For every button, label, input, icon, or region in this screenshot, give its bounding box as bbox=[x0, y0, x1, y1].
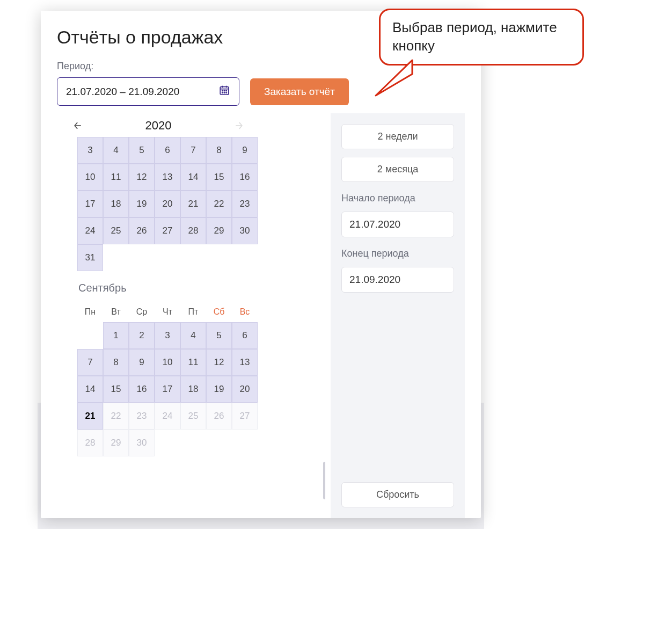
weekday-label: Чт bbox=[155, 302, 180, 322]
calendar-day[interactable]: 15 bbox=[206, 164, 232, 191]
svg-point-8 bbox=[224, 92, 224, 93]
calendar-day[interactable]: 13 bbox=[232, 349, 258, 376]
calendar-day[interactable]: 17 bbox=[155, 376, 180, 403]
calendar-day[interactable]: 10 bbox=[155, 349, 180, 376]
period-end-input[interactable]: 21.09.2020 bbox=[341, 267, 454, 293]
calendar-day[interactable]: 26 bbox=[129, 217, 155, 244]
calendar-day[interactable]: 3 bbox=[77, 137, 103, 164]
weekday-label: Сб bbox=[206, 302, 232, 322]
calendar-day[interactable]: 9 bbox=[129, 349, 155, 376]
calendar-day: 25 bbox=[180, 403, 206, 430]
calendar-day[interactable]: 21 bbox=[77, 403, 103, 430]
calendar-day[interactable]: 27 bbox=[155, 217, 180, 244]
scrollbar-thumb[interactable] bbox=[323, 462, 325, 499]
calendar-day[interactable]: 15 bbox=[103, 376, 129, 403]
preset-2-weeks-button[interactable]: 2 недели bbox=[341, 124, 454, 149]
calendar-day[interactable]: 31 bbox=[77, 244, 103, 271]
svg-point-9 bbox=[226, 92, 227, 93]
august-grid: 3456789101112131415161718192021222324252… bbox=[77, 137, 319, 271]
calendar-day[interactable]: 8 bbox=[103, 349, 129, 376]
calendar-day[interactable]: 23 bbox=[232, 191, 258, 217]
calendar-day[interactable]: 20 bbox=[232, 376, 258, 403]
calendar-day: 22 bbox=[103, 403, 129, 430]
calendar-day[interactable]: 16 bbox=[232, 164, 258, 191]
calendar-day[interactable]: 18 bbox=[103, 191, 129, 217]
calendar-day[interactable]: 14 bbox=[77, 376, 103, 403]
calendar-day[interactable]: 4 bbox=[103, 137, 129, 164]
date-range-input[interactable]: 21.07.2020 – 21.09.2020 bbox=[57, 77, 239, 106]
calendar-day bbox=[206, 244, 232, 271]
calendar-day: 27 bbox=[232, 403, 258, 430]
year-row: 2020 bbox=[68, 119, 266, 137]
order-report-button[interactable]: Заказать отчёт bbox=[250, 78, 349, 105]
calendar-day[interactable]: 12 bbox=[129, 164, 155, 191]
date-picker-popup: 2020 34567891011121314151617181920212223… bbox=[57, 113, 465, 518]
calendar-day bbox=[155, 244, 180, 271]
weekday-label: Вт bbox=[103, 302, 129, 322]
reset-button[interactable]: Сбросить bbox=[341, 482, 454, 507]
callout-text: Выбрав период, нажмите кнопку bbox=[392, 19, 557, 54]
calendar-day[interactable]: 28 bbox=[180, 217, 206, 244]
date-range-value: 21.07.2020 – 21.09.2020 bbox=[66, 86, 179, 98]
calendar-day[interactable]: 24 bbox=[77, 217, 103, 244]
calendar-day[interactable]: 9 bbox=[232, 137, 258, 164]
calendar-day bbox=[103, 244, 129, 271]
calendar-day: 24 bbox=[155, 403, 180, 430]
calendar-icon bbox=[218, 84, 230, 99]
svg-point-6 bbox=[226, 90, 227, 91]
calendar-day[interactable]: 13 bbox=[155, 164, 180, 191]
calendar-day[interactable]: 2 bbox=[129, 322, 155, 349]
calendar-day[interactable]: 11 bbox=[180, 349, 206, 376]
calendar-day[interactable]: 21 bbox=[180, 191, 206, 217]
svg-point-4 bbox=[222, 90, 223, 91]
calendar-day[interactable]: 30 bbox=[232, 217, 258, 244]
calendar-day[interactable]: 19 bbox=[129, 191, 155, 217]
calendar-day[interactable]: 19 bbox=[206, 376, 232, 403]
calendar-day[interactable]: 1 bbox=[103, 322, 129, 349]
calendar-day: 28 bbox=[77, 430, 103, 456]
calendar-day bbox=[180, 244, 206, 271]
calendar-day[interactable]: 17 bbox=[77, 191, 103, 217]
calendar-day[interactable]: 5 bbox=[206, 322, 232, 349]
prev-year-arrow-icon[interactable] bbox=[72, 120, 84, 132]
calendar-day[interactable]: 10 bbox=[77, 164, 103, 191]
month-name: Сентябрь bbox=[77, 271, 258, 302]
calendar-day[interactable]: 3 bbox=[155, 322, 180, 349]
calendar-day: 30 bbox=[129, 430, 155, 456]
calendar-day[interactable]: 29 bbox=[206, 217, 232, 244]
calendar-day[interactable]: 16 bbox=[129, 376, 155, 403]
preset-2-months-button[interactable]: 2 месяца bbox=[341, 157, 454, 182]
calendar-day[interactable]: 11 bbox=[103, 164, 129, 191]
svg-point-7 bbox=[222, 92, 223, 93]
calendar-day[interactable]: 6 bbox=[232, 322, 258, 349]
calendar-day[interactable]: 6 bbox=[155, 137, 180, 164]
period-end-label: Конец периода bbox=[341, 248, 454, 259]
year-value: 2020 bbox=[145, 119, 172, 133]
calendar-day[interactable]: 18 bbox=[180, 376, 206, 403]
calendar-day[interactable]: 8 bbox=[206, 137, 232, 164]
calendar-day[interactable]: 5 bbox=[129, 137, 155, 164]
weekday-label: Пт bbox=[180, 302, 206, 322]
calendar-day[interactable]: 7 bbox=[180, 137, 206, 164]
calendar-day[interactable]: 14 bbox=[180, 164, 206, 191]
calendar-area: 2020 34567891011121314151617181920212223… bbox=[57, 113, 331, 518]
weekday-label: Вс bbox=[232, 302, 258, 322]
calendar-day[interactable]: 22 bbox=[206, 191, 232, 217]
calendar-day[interactable]: 20 bbox=[155, 191, 180, 217]
period-start-label: Начало периода bbox=[341, 193, 454, 204]
calendar-day bbox=[129, 244, 155, 271]
september-grid: Сентябрь ПнВтСрЧтПтСбВс12345678910111213… bbox=[77, 271, 319, 456]
calendar-day[interactable]: 12 bbox=[206, 349, 232, 376]
calendar-day: 26 bbox=[206, 403, 232, 430]
date-picker-sidebar: 2 недели 2 месяца Начало периода 21.07.2… bbox=[331, 113, 465, 518]
period-start-input[interactable]: 21.07.2020 bbox=[341, 212, 454, 237]
calendar-day[interactable]: 4 bbox=[180, 322, 206, 349]
callout-tail-icon bbox=[370, 58, 413, 101]
calendar-scroll[interactable]: 3456789101112131415161718192021222324252… bbox=[68, 137, 325, 513]
sales-reports-panel: Отчёты о продажах Период: 21.07.2020 – 2… bbox=[41, 11, 481, 518]
calendar-day: 23 bbox=[129, 403, 155, 430]
calendar-day[interactable]: 25 bbox=[103, 217, 129, 244]
calendar-day[interactable]: 7 bbox=[77, 349, 103, 376]
callout-bubble: Выбрав период, нажмите кнопку bbox=[379, 9, 584, 66]
weekday-label: Пн bbox=[77, 302, 103, 322]
